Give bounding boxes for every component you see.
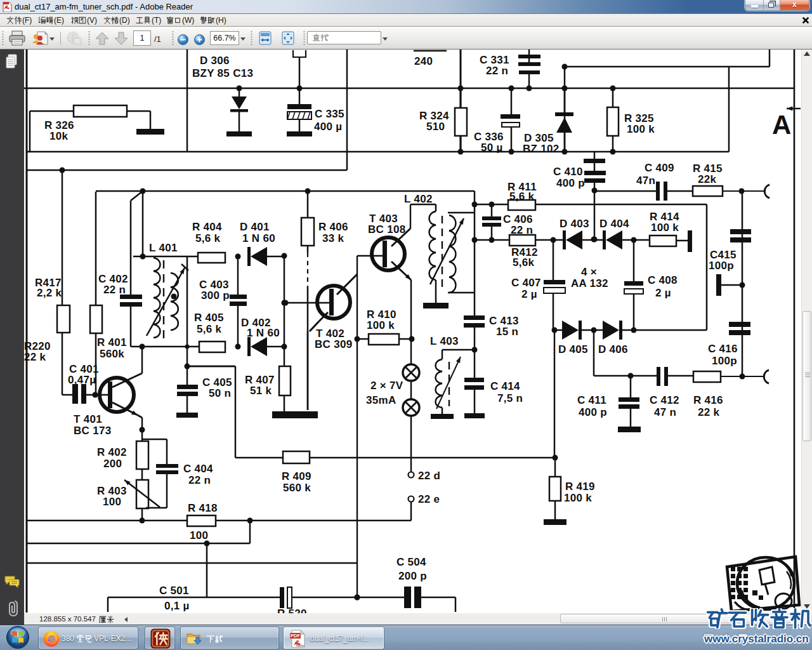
svg-text:400 p: 400 p (579, 406, 607, 418)
svg-text:22 n: 22 n (103, 284, 126, 296)
svg-text:200: 200 (103, 458, 122, 470)
svg-text:5,6 k: 5,6 k (195, 232, 221, 244)
svg-text:T 401: T 401 (74, 413, 102, 425)
svg-text:510: 510 (426, 121, 445, 133)
svg-text:2 µ: 2 µ (521, 288, 537, 300)
svg-text:22 n: 22 n (486, 65, 508, 77)
svg-text:BZ 102: BZ 102 (523, 143, 560, 155)
svg-text:C 409: C 409 (645, 162, 674, 174)
svg-text:0,47µ: 0,47µ (68, 374, 96, 386)
svg-text:C 410: C 410 (553, 166, 583, 178)
svg-text:2,2 k: 2,2 k (37, 287, 62, 299)
svg-text:L 402: L 402 (404, 193, 433, 205)
svg-text:C 404: C 404 (183, 463, 213, 475)
svg-text:300 p: 300 p (201, 289, 230, 302)
svg-text:22k: 22k (698, 173, 717, 185)
svg-text:D 306: D 306 (200, 55, 230, 67)
svg-text:PDF: PDF (291, 633, 300, 639)
svg-text:L 401: L 401 (149, 242, 178, 254)
svg-text:R 520: R 520 (277, 607, 307, 613)
svg-text:C 504: C 504 (396, 556, 426, 568)
svg-text:1 N 60: 1 N 60 (242, 232, 275, 244)
svg-text:22 n: 22 n (511, 224, 533, 236)
svg-text:D 403: D 403 (560, 218, 589, 230)
svg-text:560k: 560k (100, 348, 124, 360)
svg-text:33 k: 33 k (322, 232, 344, 244)
svg-text:22 k: 22 k (698, 406, 720, 418)
svg-text:5,6 k: 5,6 k (509, 190, 535, 202)
svg-text:C 414: C 414 (490, 380, 520, 392)
svg-text:C 335: C 335 (315, 108, 344, 120)
svg-text:240: 240 (414, 55, 433, 67)
svg-text:C 501: C 501 (159, 585, 189, 597)
svg-text:22 k: 22 k (24, 351, 46, 363)
svg-text:22 e: 22 e (418, 493, 440, 505)
svg-text:D 404: D 404 (599, 218, 629, 230)
svg-text:50 µ: 50 µ (481, 142, 503, 154)
svg-text:51 k: 51 k (250, 385, 272, 397)
svg-text:R 418: R 418 (188, 502, 218, 514)
svg-text:100p: 100p (709, 260, 734, 272)
svg-text:5,6 k: 5,6 k (197, 323, 222, 335)
svg-text:R 419: R 419 (565, 481, 595, 493)
svg-text:C 408: C 408 (648, 274, 678, 286)
svg-text:0,1 µ: 0,1 µ (164, 600, 190, 612)
svg-text:100 k: 100 k (564, 492, 592, 504)
svg-text:R 402: R 402 (97, 446, 127, 458)
svg-text:D 406: D 406 (598, 343, 628, 355)
svg-text:L 403: L 403 (430, 335, 459, 347)
svg-text:100 k: 100 k (627, 123, 655, 135)
svg-text:10k: 10k (49, 130, 69, 142)
svg-text:R 416: R 416 (693, 394, 723, 406)
svg-text:Adobe: Adobe (296, 644, 304, 647)
svg-text:5,6k: 5,6k (513, 256, 535, 269)
svg-text:47n: 47n (636, 175, 655, 187)
svg-text:C 416: C 416 (708, 343, 738, 355)
svg-text:2 × 7V: 2 × 7V (370, 380, 403, 392)
svg-text:C 411: C 411 (577, 394, 606, 406)
svg-text:BZY 85 C13: BZY 85 C13 (192, 67, 253, 79)
svg-text:D 405: D 405 (558, 343, 588, 355)
svg-text:AA 132: AA 132 (571, 277, 608, 289)
svg-text:BC 309: BC 309 (315, 338, 352, 350)
svg-text:R 405: R 405 (194, 312, 224, 324)
svg-text:BC 108: BC 108 (368, 223, 405, 235)
svg-text:C 407: C 407 (511, 277, 541, 289)
svg-text:R 409: R 409 (282, 470, 311, 482)
svg-text:A: A (772, 110, 792, 140)
svg-text:1 N 60: 1 N 60 (247, 327, 280, 339)
svg-text:2 µ: 2 µ (655, 287, 671, 299)
svg-text:35mA: 35mA (366, 394, 396, 406)
svg-text:D 401: D 401 (240, 221, 270, 233)
svg-text:R 406: R 406 (318, 221, 348, 233)
svg-text:560 k: 560 k (283, 482, 311, 494)
svg-text:BC 173: BC 173 (74, 425, 111, 437)
svg-text:400 p: 400 p (556, 177, 585, 189)
svg-text:R 401: R 401 (97, 336, 127, 348)
svg-text:50 n: 50 n (209, 387, 231, 399)
svg-text:200 p: 200 p (398, 570, 427, 582)
svg-text:R 404: R 404 (192, 221, 222, 233)
svg-text:400 µ: 400 µ (314, 121, 342, 133)
svg-text:100: 100 (190, 529, 208, 541)
svg-text:7,5 n: 7,5 n (497, 392, 523, 404)
svg-text:15 n: 15 n (496, 326, 518, 338)
svg-text:C 412: C 412 (650, 394, 679, 406)
svg-text:100p: 100p (712, 355, 737, 367)
svg-text:22 n: 22 n (188, 474, 211, 486)
svg-text:22 d: 22 d (418, 470, 440, 482)
svg-text:100: 100 (103, 496, 121, 508)
svg-text:47 n: 47 n (654, 406, 676, 418)
svg-text:100 k: 100 k (367, 319, 395, 331)
svg-text:4 ×: 4 × (581, 266, 597, 278)
svg-text:100 k: 100 k (651, 222, 679, 234)
